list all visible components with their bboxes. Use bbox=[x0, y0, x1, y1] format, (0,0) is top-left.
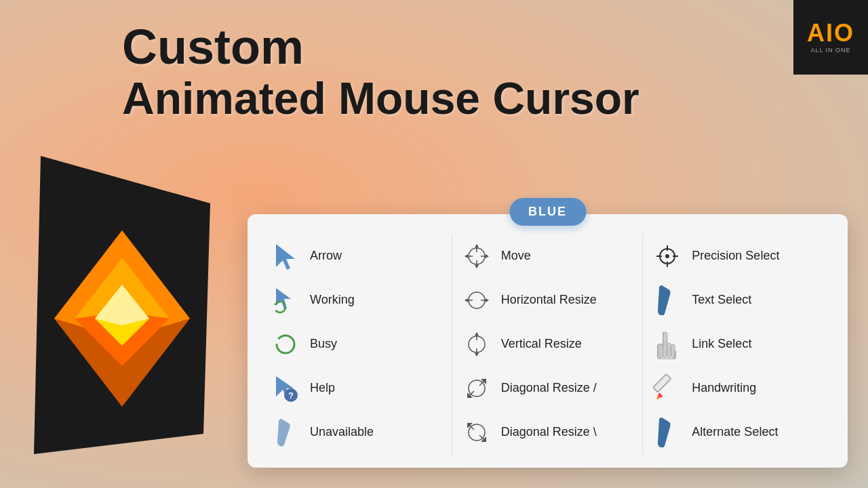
diagonal-resize-back-icon bbox=[462, 418, 492, 447]
help-icon: ? bbox=[271, 373, 300, 403]
svg-point-45 bbox=[665, 254, 669, 258]
handwriting-icon bbox=[652, 373, 682, 403]
vertical-resize-label: Vertical Resize bbox=[501, 337, 582, 352]
list-item: Busy bbox=[268, 323, 445, 367]
list-item: Handwriting bbox=[650, 367, 827, 411]
list-item: Diagonal Resize \ bbox=[459, 411, 636, 454]
svg-point-8 bbox=[277, 336, 294, 353]
horizontal-resize-icon bbox=[462, 285, 492, 315]
alternate-select-label: Alternate Select bbox=[692, 425, 778, 440]
col-1: Arrow Working Busy bbox=[261, 235, 452, 454]
svg-rect-47 bbox=[663, 342, 667, 358]
cursor-card: BLUE Arrow Work bbox=[248, 214, 848, 468]
list-item: Text Select bbox=[650, 279, 827, 323]
list-item: Link Select bbox=[650, 323, 827, 367]
svg-marker-13 bbox=[475, 244, 479, 247]
svg-marker-24 bbox=[486, 298, 489, 302]
horizontal-resize-label: Horizontal Resize bbox=[501, 293, 597, 308]
svg-rect-50 bbox=[653, 374, 671, 392]
move-label: Move bbox=[501, 249, 531, 264]
list-item: Vertical Resize bbox=[459, 323, 636, 367]
link-select-icon bbox=[652, 329, 682, 359]
svg-marker-19 bbox=[486, 254, 489, 258]
link-select-label: Link Select bbox=[692, 337, 751, 352]
list-item: Precision Select bbox=[650, 235, 827, 279]
title-line1: Custom bbox=[122, 20, 639, 74]
svg-rect-46 bbox=[659, 344, 663, 358]
svg-marker-15 bbox=[475, 265, 479, 268]
list-item: Diagonal Resize / bbox=[459, 367, 636, 411]
handwriting-label: Handwriting bbox=[692, 381, 756, 396]
title-line2: Animated Mouse Cursor bbox=[122, 74, 639, 123]
unavailable-label: Unavailable bbox=[310, 425, 374, 440]
title-area: Custom Animated Mouse Cursor bbox=[122, 20, 639, 123]
working-icon bbox=[271, 285, 300, 315]
list-item: Move bbox=[459, 235, 636, 279]
list-item: Unavailable bbox=[268, 411, 445, 454]
busy-icon bbox=[271, 329, 300, 359]
text-select-label: Text Select bbox=[692, 293, 751, 308]
logo-sub-text: ALL IN ONE bbox=[810, 47, 850, 54]
precision-select-icon bbox=[652, 241, 682, 271]
diagonal-resize-fwd-icon bbox=[462, 373, 492, 403]
busy-label: Busy bbox=[310, 337, 337, 352]
col-2: Move Horizontal Resize bbox=[452, 235, 644, 454]
precision-select-label: Precision Select bbox=[692, 249, 779, 264]
logo-aio-text: AIO bbox=[807, 21, 854, 45]
diagonal-resize-fwd-label: Diagonal Resize / bbox=[501, 381, 597, 396]
svg-text:?: ? bbox=[288, 390, 294, 401]
logo-box: AIO ALL IN ONE bbox=[793, 0, 868, 75]
svg-rect-49 bbox=[671, 344, 675, 358]
unavailable-icon bbox=[271, 418, 300, 447]
diagonal-resize-back-label: Diagonal Resize \ bbox=[501, 425, 597, 440]
svg-marker-17 bbox=[465, 254, 468, 258]
svg-marker-29 bbox=[475, 353, 479, 357]
list-item: Working bbox=[268, 279, 445, 323]
cursor-grid: Arrow Working Busy bbox=[261, 235, 834, 454]
move-icon bbox=[462, 241, 492, 271]
list-item: Arrow bbox=[268, 235, 445, 279]
list-item: ? Help bbox=[268, 367, 445, 411]
svg-marker-27 bbox=[475, 332, 479, 336]
help-label: Help bbox=[310, 381, 335, 396]
svg-marker-22 bbox=[465, 298, 468, 302]
alternate-select-icon bbox=[652, 418, 682, 447]
text-select-icon bbox=[652, 285, 682, 315]
logo-3d-shape bbox=[14, 149, 231, 461]
col-3: Precision Select Text Select bbox=[643, 235, 834, 454]
working-label: Working bbox=[310, 293, 355, 308]
arrow-icon bbox=[271, 241, 300, 271]
vertical-resize-icon bbox=[462, 329, 492, 359]
color-badge: BLUE bbox=[509, 198, 586, 226]
arrow-label: Arrow bbox=[310, 249, 342, 264]
list-item: Horizontal Resize bbox=[459, 279, 636, 323]
list-item: Alternate Select bbox=[650, 411, 827, 454]
svg-rect-48 bbox=[667, 343, 671, 358]
